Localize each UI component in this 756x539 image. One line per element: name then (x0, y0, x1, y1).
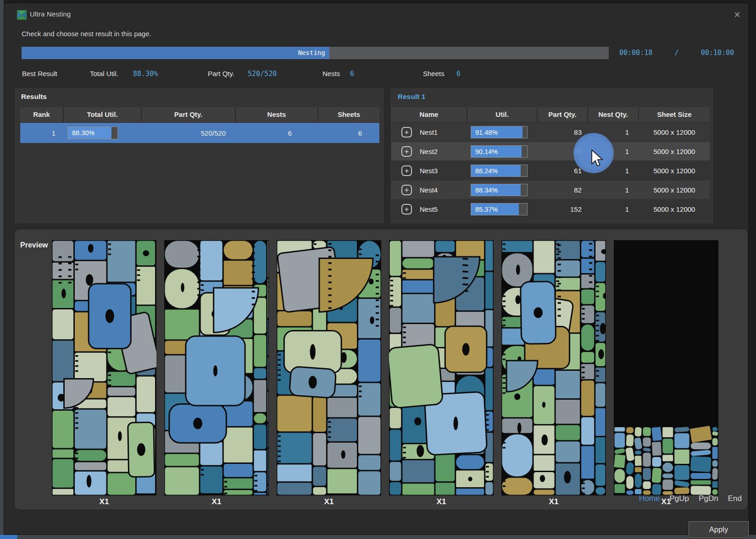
result1-table-header: Name Util. Part Qty. Nest Qty. Sheet Siz… (391, 107, 710, 122)
total-util-label: Total Util. (90, 68, 118, 79)
nest-row-2[interactable]: + Nest2 90.14% 70 1 5000 x 12000 (391, 142, 710, 160)
total-time: 00:10:00 (701, 49, 734, 57)
nesting-timer: 00:00:18 / 00:10:00 (619, 49, 734, 57)
part-qty-cell: 520/520 (142, 129, 236, 137)
expand-row-button[interactable]: + (401, 127, 412, 138)
nest-name: Nest5 (420, 205, 438, 213)
expand-row-button[interactable]: + (401, 146, 412, 157)
total-util-bar: 88.30% (67, 126, 118, 139)
apply-button[interactable]: Apply (689, 521, 749, 538)
pager-pgup[interactable]: PgUp (669, 494, 689, 503)
util-bar-text: 85.37% (475, 204, 498, 215)
ultra-nesting-dialog: Ultra Nesting × Check and choose nest re… (4, 3, 749, 535)
pager-pgdn[interactable]: PgDn (699, 494, 718, 503)
nests-value: 6 (350, 68, 354, 79)
expand-row-button[interactable]: + (401, 185, 412, 195)
col-sheets: Sheets (318, 107, 379, 122)
util-bar-text: 91.48% (475, 126, 498, 138)
results-title: Results (21, 93, 47, 101)
desktop-edge-accent (0, 535, 17, 539)
nest-name: Nest1 (420, 128, 438, 136)
nest-preview-2[interactable] (164, 240, 269, 495)
nest-preview-5[interactable] (501, 240, 606, 495)
util-bar: 85.37% (471, 203, 528, 215)
part-qty-value: 520/520 (248, 68, 277, 79)
col-rank: Rank (20, 107, 64, 122)
time-separator: / (674, 49, 678, 57)
sheet-size-cell: 5000 x 12000 (639, 167, 710, 175)
sheet-count-label-5: X1 (501, 497, 606, 506)
nests-label: Nests (322, 68, 340, 79)
sheet-size-cell: 5000 x 12000 (639, 148, 710, 155)
nesting-progress-bar: Nesting (22, 47, 609, 59)
nest-preview-4[interactable] (389, 240, 494, 495)
part-qty-cell: 83 (538, 128, 588, 136)
sheets-cell: 6 (318, 129, 379, 137)
result1-title: Result 1 (398, 93, 425, 101)
expand-row-button[interactable]: + (401, 165, 412, 176)
sheet-count-label-1: X1 (52, 497, 156, 506)
nesting-progress-fill: Nesting (22, 47, 329, 59)
util-bar-text: 88.34% (475, 184, 498, 196)
part-qty-label: Part Qty. (208, 68, 234, 79)
util-bar: 90.14% (471, 145, 528, 158)
preview-section: Preview X1 X1 X1 X1 X1 X1 (15, 230, 747, 509)
util-bar-text: 88.24% (475, 165, 498, 177)
close-icon[interactable]: × (728, 8, 746, 22)
desktop-edge-left (0, 0, 4, 539)
result1-panel: Result 1 Name Util. Part Qty. Nest Qty. … (391, 88, 713, 223)
nest-row-5[interactable]: + Nest5 85.37% 152 1 5000 x 12000 (391, 200, 710, 218)
nest-qty-cell: 1 (588, 186, 639, 194)
col-util: Util. (467, 107, 538, 122)
part-qty-cell: 152 (538, 205, 588, 213)
sheet-count-label-4: X1 (389, 497, 494, 506)
nest-qty-cell: 1 (588, 205, 639, 213)
app-logo-icon (17, 10, 27, 22)
sheet-size-cell: 5000 x 12000 (639, 205, 710, 213)
pager-end[interactable]: End (728, 494, 742, 503)
total-util-value: 88.30% (133, 68, 158, 79)
part-qty-cell: 82 (538, 186, 588, 194)
util-bar: 88.24% (471, 165, 528, 177)
col-sheet-size: Sheet Size (639, 107, 710, 122)
sheets-value: 6 (456, 68, 461, 79)
page-subtitle: Check and choose nest result in this pag… (22, 30, 151, 38)
nesting-progress-label: Nesting (298, 47, 325, 59)
nest-preview-1[interactable] (52, 240, 156, 495)
sheet-size-cell: 5000 x 12000 (639, 186, 710, 194)
sheets-label: Sheets (423, 68, 445, 79)
rank-value: 1 (20, 129, 64, 137)
expand-row-button[interactable]: + (401, 204, 412, 214)
nest-name: Nest4 (420, 186, 438, 194)
util-bar-text: 90.14% (475, 146, 498, 158)
sheet-size-cell: 5000 x 12000 (639, 128, 710, 136)
col-name: Name (391, 107, 467, 122)
results-table-header: Rank Total Util. Part Qty. Nests Sheets (20, 107, 379, 122)
results-panel: Results Rank Total Util. Part Qty. Nests… (15, 88, 384, 223)
col-part-qty: Part Qty. (142, 107, 236, 122)
nest-name: Nest3 (420, 167, 438, 175)
nest-preview-6[interactable] (614, 240, 718, 495)
sheet-count-label-2: X1 (164, 497, 269, 506)
util-bar: 91.48% (471, 126, 528, 138)
col-nest-qty: Nest Qty. (588, 107, 639, 122)
nest-name: Nest2 (420, 148, 438, 155)
preview-title: Preview (20, 241, 48, 249)
nest-preview-3[interactable] (277, 240, 381, 495)
col-nests: Nests (236, 107, 318, 122)
pager-home[interactable]: Home (639, 494, 660, 503)
preview-pager: Home PgUp PgDn End (639, 494, 742, 503)
nests-cell: 6 (236, 129, 318, 137)
results-row-selected[interactable]: 1 88.30% 520/520 6 6 (20, 123, 379, 143)
desktop-edge-bottom (0, 535, 756, 539)
nest-row-1[interactable]: + Nest1 91.48% 83 1 5000 x 12000 (391, 123, 710, 141)
elapsed-time: 00:00:18 (619, 49, 652, 57)
col-total-util: Total Util. (64, 107, 142, 122)
total-util-bar-text: 88.30% (72, 127, 94, 139)
util-bar: 88.34% (471, 184, 528, 196)
cursor-pointer (591, 149, 604, 169)
nest-row-3[interactable]: + Nest3 88.24% 61 1 5000 x 12000 (391, 161, 710, 180)
nest-row-4[interactable]: + Nest4 88.34% 82 1 5000 x 12000 (391, 181, 710, 199)
window-title: Ultra Nesting (30, 10, 71, 18)
best-result-label: Best Result (22, 68, 57, 79)
